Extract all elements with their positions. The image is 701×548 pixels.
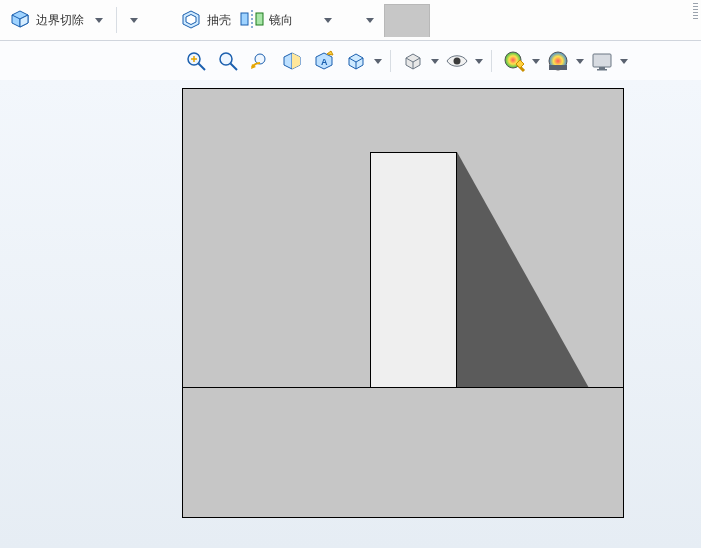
shell-label: 抽壳	[207, 12, 231, 29]
boundary-cut-dropdown[interactable]	[88, 4, 110, 36]
edit-appearance-button[interactable]	[499, 46, 529, 76]
mirror-icon	[239, 8, 265, 33]
dynamic-annotation-button[interactable]: A	[309, 46, 339, 76]
svg-rect-13	[593, 54, 611, 67]
svg-rect-1	[256, 13, 263, 25]
section-view-icon	[280, 49, 304, 73]
mirror-button[interactable]: 镜向	[235, 4, 297, 36]
apply-scene-button[interactable]	[543, 46, 573, 76]
group-dropdown-1[interactable]	[123, 4, 145, 36]
boundary-cut-label: 边界切除	[36, 12, 84, 29]
section-view-button[interactable]	[277, 46, 307, 76]
svg-line-6	[231, 64, 238, 71]
view-settings-icon	[590, 49, 614, 73]
model-base-face	[182, 387, 624, 518]
zoom-area-button[interactable]	[213, 46, 243, 76]
boundary-cut-button[interactable]: 边界切除	[4, 4, 88, 36]
edit-appearance-dropdown[interactable]	[530, 46, 542, 76]
svg-rect-0	[241, 13, 248, 25]
shell-icon	[179, 7, 203, 34]
command-toolbar: 边界切除 抽壳 镜向	[0, 0, 701, 41]
svg-rect-15	[597, 69, 607, 71]
apply-scene-icon	[546, 49, 570, 73]
view-settings-dropdown[interactable]	[618, 46, 630, 76]
svg-rect-14	[599, 67, 605, 69]
view-orientation-button[interactable]	[341, 46, 371, 76]
prev-view-icon	[248, 49, 272, 73]
toolbar-grip[interactable]	[693, 3, 698, 19]
hide-show-icon	[445, 49, 469, 73]
dynamic-annotation-icon: A	[312, 49, 336, 73]
model-slot-shadow	[457, 152, 589, 388]
display-style-dropdown[interactable]	[429, 46, 441, 76]
zoom-fit-button[interactable]	[181, 46, 211, 76]
view-orientation-icon	[344, 49, 368, 73]
display-style-button[interactable]	[398, 46, 428, 76]
boundary-cut-icon	[8, 7, 32, 34]
model-slot-face	[370, 152, 457, 388]
svg-rect-12	[549, 65, 567, 70]
graphics-viewport[interactable]: ✶	[0, 80, 701, 548]
zoom-fit-icon	[184, 49, 208, 73]
view-separator-2	[491, 50, 492, 72]
prev-view-button[interactable]	[245, 46, 275, 76]
view-orientation-dropdown[interactable]	[372, 46, 384, 76]
toolbar-separator	[116, 7, 117, 33]
hide-show-dropdown[interactable]	[473, 46, 485, 76]
view-settings-button[interactable]	[587, 46, 617, 76]
apply-scene-dropdown[interactable]	[574, 46, 586, 76]
hide-show-button[interactable]	[442, 46, 472, 76]
svg-line-4	[199, 64, 206, 71]
model	[182, 88, 624, 518]
group-dropdown-2[interactable]	[317, 4, 339, 36]
svg-point-5	[220, 53, 232, 65]
mirror-label: 镜向	[269, 12, 293, 29]
zoom-area-icon	[216, 49, 240, 73]
view-separator-1	[390, 50, 391, 72]
blank-tab[interactable]	[384, 4, 430, 37]
group-dropdown-3[interactable]	[359, 4, 381, 36]
shell-button[interactable]: 抽壳	[175, 4, 235, 36]
svg-text:A: A	[321, 57, 328, 67]
view-toolbar: A	[0, 41, 701, 82]
edit-appearance-icon	[502, 49, 526, 73]
display-style-icon	[401, 49, 425, 73]
svg-point-9	[454, 58, 461, 65]
